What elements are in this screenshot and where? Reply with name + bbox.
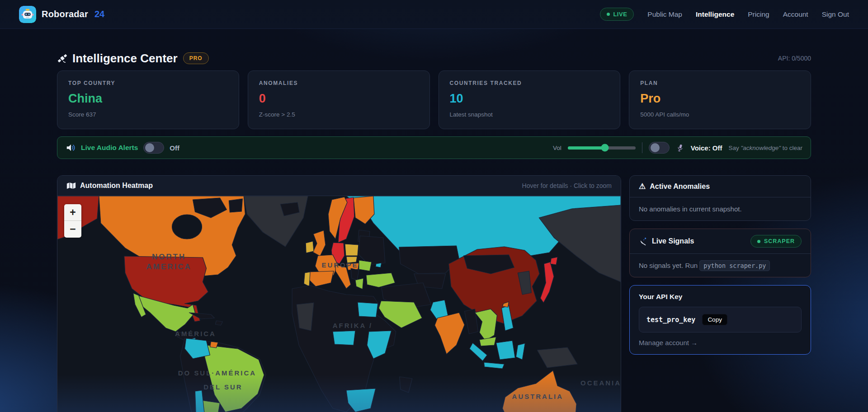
country-romania[interactable] [359,260,372,271]
voice-toggle[interactable] [649,142,670,154]
country-sudan[interactable] [333,331,355,345]
hudson-bay [172,215,202,239]
country-ireland[interactable] [306,241,314,253]
country-poland[interactable] [345,244,359,256]
toggle-knob [651,143,660,152]
map-label-america-sul-2: DO SUL·AMÉRICA [178,369,256,377]
volume-slider[interactable] [568,146,636,150]
country-venezuela[interactable] [210,342,218,348]
map-zoom-control: + − [64,204,81,238]
heatmap-panel: Automation Heatmap Hover for details · C… [57,175,621,412]
audio-alerts-toggle[interactable] [143,142,164,154]
heatmap-header: Automation Heatmap Hover for details · C… [57,176,621,196]
signals-panel-title: Live Signals [652,237,694,245]
active-anomalies-panel: ⚠ Active Anomalies No anomalies in curre… [629,175,811,221]
stat-sub: 5000 API calls/mo [640,111,800,118]
stat-sub: Latest snapshot [450,111,609,118]
world-map[interactable]: NORTH AMERICA EUROPE AFRIKA / AMÉRICA DO… [57,196,621,412]
stat-label: COUNTRIES TRACKED [450,80,609,86]
country-egypt[interactable] [358,302,378,317]
map-label-afrika: AFRIKA / [333,322,373,329]
nav-links: LIVE Public Map Intelligence Pricing Acc… [600,8,849,21]
microphone-icon [676,144,684,152]
api-usage-counter: API: 0/5000 [778,55,811,62]
nav-item-account[interactable]: Account [783,10,808,19]
heatmap-hint: Hover for details · Click to zoom [522,182,612,189]
map-label-north: NORTH [152,253,186,261]
volume-fill [568,146,605,150]
manage-account-link[interactable]: Manage account → [639,339,698,346]
volume-thumb[interactable] [601,144,609,152]
country-borneo[interactable] [496,341,515,360]
stat-value: Pro [640,92,800,106]
zoom-out-button[interactable]: − [64,221,81,238]
volume-label: Vol [553,145,561,151]
country-hokkaido[interactable] [550,257,557,265]
anomalies-empty-text: No anomalies in current snapshot. [639,205,742,213]
map-label-oceania: OCEANIA [580,379,621,387]
stat-value: 10 [450,92,609,106]
live-badge: LIVE [600,8,634,21]
live-signals-panel: Live Signals SCRAPER No signals yet. Run… [629,229,811,277]
satellite-dish-icon [639,237,648,246]
nav-item-sign-out[interactable]: Sign Out [822,10,849,19]
heatmap-title: Automation Heatmap [80,182,153,190]
map-label-europe: EUROPE [321,261,358,269]
stat-card-plan: PLAN Pro 5000 API calls/mo [629,70,811,129]
pro-badge: PRO [183,52,209,64]
toggle-knob [145,143,154,152]
stat-cards: TOP COUNTRY China Score 637 ANOMALIES 0 … [57,70,811,129]
zoom-in-button[interactable]: + [64,204,81,221]
nav-item-pricing[interactable]: Pricing [748,10,769,19]
page-title-text: Intelligence Center [72,52,178,66]
audio-alerts-state: Off [170,144,179,152]
warning-icon: ⚠ [639,182,646,191]
stat-sub: Z-score > 2.5 [259,111,419,118]
map-label-del-sur: DEL SUR [203,383,242,391]
stat-value: China [68,92,228,106]
world-map-icon [66,182,76,189]
audio-alerts-bar: Live Audio Alerts Off Vol [57,136,811,159]
satellite-icon [57,53,68,64]
stat-label: TOP COUNTRY [68,80,228,86]
map-label-america-sul-1: AMÉRICA [175,330,216,337]
stat-label: PLAN [640,80,800,86]
audio-alerts-title: Live Audio Alerts [81,144,138,152]
voice-state: Voice: Off [691,144,722,152]
scraper-command-code: python scraper.py [699,260,770,271]
stat-value: 0 [259,92,419,106]
voice-hint: Say "acknowledge" to clear [729,145,802,151]
voice-hint-keyword: "acknowledge" [741,145,781,151]
nav-item-intelligence[interactable]: Intelligence [696,10,734,19]
divider [642,142,642,153]
speaker-icon [66,143,75,153]
api-key-value: test_pro_key [646,316,695,324]
anomalies-panel-title: Active Anomalies [650,183,710,191]
stat-sub: Score 637 [68,111,228,118]
stat-label: ANOMALIES [259,80,419,86]
country-crimea[interactable] [376,263,382,267]
live-dot-icon [607,13,610,16]
scraper-badge: SCRAPER [750,235,802,248]
country-balkans[interactable] [351,268,359,280]
arctic-islands[interactable] [229,199,242,212]
brand[interactable]: Roboradar 24 [19,6,104,23]
brand-name: Roboradar [42,9,88,19]
live-badge-label: LIVE [613,11,627,18]
country-west-sahara[interactable] [297,303,314,331]
robot-logo-icon [19,6,36,23]
brand-number: 24 [94,9,104,19]
country-portugal[interactable] [304,272,310,286]
api-key-panel: Your API Key test_pro_key Copy Manage ac… [629,285,811,355]
page-title: Intelligence Center [57,52,178,66]
api-key-title: Your API Key [639,293,802,301]
signals-empty-text: No signals yet. Run [639,262,698,269]
nav-item-public-map[interactable]: Public Map [647,10,682,19]
page-header: Intelligence Center PRO API: 0/5000 [57,50,811,67]
stat-card-top-country: TOP COUNTRY China Score 637 [57,70,239,129]
copy-button[interactable]: Copy [702,314,727,325]
scraper-dot-icon [757,240,760,243]
stat-card-anomalies: ANOMALIES 0 Z-score > 2.5 [248,70,430,129]
api-key-box: test_pro_key Copy [639,307,802,332]
world-map-svg[interactable]: NORTH AMERICA EUROPE AFRIKA / AMÉRICA DO… [57,196,621,412]
